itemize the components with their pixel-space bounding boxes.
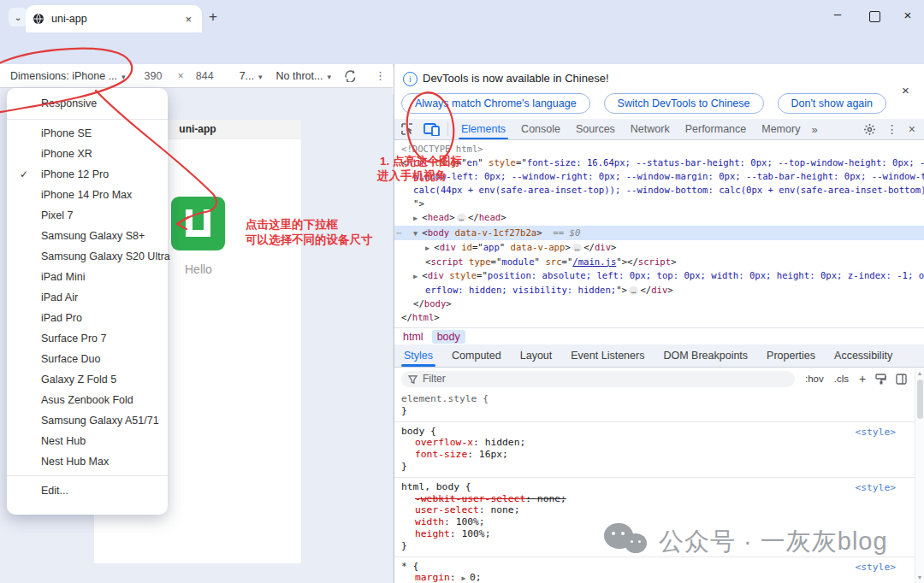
- window-close-button[interactable]: ×: [898, 6, 917, 25]
- notification-close-icon[interactable]: ×: [902, 83, 909, 97]
- device-option[interactable]: iPhone SE: [7, 123, 168, 144]
- style-source-link[interactable]: <style>: [855, 427, 896, 439]
- more-tabs-chevron[interactable]: »: [808, 123, 820, 136]
- breadcrumb-item[interactable]: html: [398, 330, 429, 344]
- notification-button[interactable]: Always match Chrome's language: [401, 93, 590, 114]
- styles-filter-input[interactable]: Filter: [401, 371, 795, 387]
- devtools-close-icon[interactable]: ×: [909, 122, 915, 136]
- settings-gear-icon[interactable]: [863, 123, 876, 136]
- sidebar-tab-properties[interactable]: Properties: [757, 344, 825, 367]
- sidebar-tab-styles[interactable]: Styles: [394, 344, 442, 367]
- inspect-element-icon[interactable]: [400, 122, 414, 136]
- tab-search-button[interactable]: ⌄: [9, 8, 27, 26]
- code-line[interactable]: </body>: [394, 297, 924, 310]
- devtools-tab-elements[interactable]: Elements: [453, 119, 513, 139]
- device-option[interactable]: Nest Hub Max: [7, 451, 168, 472]
- device-option[interactable]: Pixel 7: [7, 205, 168, 226]
- device-option-list: iPhone SEiPhone XR✓iPhone 12 ProiPhone 1…: [7, 123, 168, 472]
- code-line[interactable]: ▶ <div style="position: absolute; left: …: [394, 268, 924, 283]
- notification-button[interactable]: Switch DevTools to Chinese: [604, 93, 764, 114]
- code-line[interactable]: erflow: hidden; visibility: hidden;">…</…: [394, 283, 924, 297]
- elements-breadcrumb: htmlbody: [394, 327, 924, 344]
- chevron-down-icon: ▾: [258, 73, 263, 81]
- tab-title: uni-app: [51, 13, 181, 25]
- devtools-tab-sources[interactable]: Sources: [568, 119, 623, 139]
- tab-close-icon[interactable]: ×: [181, 13, 195, 26]
- elements-tree[interactable]: <!DOCTYPE html><html lang="en" style="fo…: [394, 140, 924, 327]
- devtools-tab-memory[interactable]: Memory: [754, 119, 808, 139]
- code-line[interactable]: ⋯▼ <body data-v-1cf27b2a> == $0: [394, 226, 924, 240]
- devtools-tab-network[interactable]: Network: [623, 119, 678, 139]
- device-toolbar: Dimensions: iPhone ...▾ 390 × 844 7...▾ …: [0, 64, 393, 88]
- new-style-rule-button[interactable]: +: [859, 372, 866, 386]
- style-rule[interactable]: element.style {}: [394, 390, 915, 421]
- code-line[interactable]: <html lang="en" style="font-size: 16.64p…: [394, 156, 924, 169]
- rotate-device-icon[interactable]: [343, 69, 358, 82]
- checkmark-icon: ✓: [20, 164, 28, 185]
- window-maximize-button[interactable]: [869, 11, 880, 22]
- device-option[interactable]: iPad Air: [7, 287, 168, 308]
- code-line[interactable]: ▶ <div id="app" data-v-app>…</div>: [394, 240, 924, 255]
- scroll-down-arrow[interactable]: ▼: [915, 574, 924, 580]
- style-source-link[interactable]: <style>: [855, 562, 896, 574]
- sidebar-tab-layout[interactable]: Layout: [511, 344, 562, 367]
- device-option-responsive[interactable]: Responsive: [7, 92, 168, 115]
- style-rule[interactable]: body {<style>overflow-x: hidden;font-siz…: [394, 421, 915, 477]
- toggle-hover-state-button[interactable]: :hov: [805, 374, 824, 384]
- expand-arrow-icon: ▼: [413, 229, 422, 238]
- scrollbar-thumb[interactable]: [917, 380, 923, 419]
- device-option[interactable]: Asus Zenbook Fold: [7, 390, 168, 410]
- device-option[interactable]: Samsung Galaxy A51/71: [7, 410, 168, 431]
- style-source-link[interactable]: <style>: [855, 482, 896, 494]
- device-option[interactable]: Surface Pro 7: [7, 328, 168, 349]
- code-line[interactable]: ">: [394, 197, 924, 210]
- device-option[interactable]: Samsung Galaxy S20 Ultra: [7, 246, 168, 267]
- dimensions-times-label: ×: [177, 70, 183, 82]
- computed-panel-toggle-icon[interactable]: [896, 374, 907, 385]
- styles-scrollbar[interactable]: ▲ ▼: [915, 368, 924, 583]
- sidebar-tab-dom-breakpoints[interactable]: DOM Breakpoints: [654, 344, 757, 367]
- device-option[interactable]: iPad Mini: [7, 267, 168, 287]
- browser-toolbar: ← → ↻ i localhost:5173/#/ Aa ☆ ⋮: [0, 32, 924, 64]
- expand-arrow-icon: ▶: [413, 272, 422, 280]
- device-option-edit[interactable]: Edit...: [7, 480, 168, 502]
- scroll-up-arrow[interactable]: ▲: [915, 370, 924, 376]
- device-option[interactable]: Surface Duo: [7, 349, 168, 369]
- throttling-dropdown[interactable]: No throt...▾: [276, 70, 331, 82]
- sidebar-tab-accessibility[interactable]: Accessibility: [825, 344, 902, 367]
- code-line[interactable]: ▶ <head>…</head>: [394, 210, 924, 225]
- zoom-level-dropdown[interactable]: 7...▾: [240, 70, 263, 82]
- device-option[interactable]: iPad Pro: [7, 308, 168, 328]
- device-toolbar-kebab-icon[interactable]: ⋮: [375, 69, 386, 82]
- uniapp-logo-u-glyph: [186, 209, 210, 237]
- device-option[interactable]: iPhone 14 Pro Max: [7, 185, 168, 205]
- devtools-tab-console[interactable]: Console: [513, 119, 568, 139]
- toggle-class-button[interactable]: .cls: [834, 374, 849, 384]
- notification-button[interactable]: Don't show again: [778, 93, 887, 114]
- device-option[interactable]: ✓iPhone 12 Pro: [7, 164, 168, 185]
- sidebar-tab-computed[interactable]: Computed: [442, 344, 511, 367]
- window-minimize-button[interactable]: –: [828, 5, 847, 24]
- device-option[interactable]: Nest Hub: [7, 431, 168, 451]
- device-option[interactable]: Galaxy Z Fold 5: [7, 369, 168, 390]
- breadcrumb-item[interactable]: body: [432, 330, 465, 344]
- device-dropdown-menu: Responsive iPhone SEiPhone XR✓iPhone 12 …: [7, 88, 168, 515]
- devtools-kebab-icon[interactable]: ⋮: [886, 122, 898, 136]
- code-line[interactable]: calc(44px + env(safe-area-inset-top)); -…: [394, 183, 924, 197]
- toggle-device-toolbar-icon[interactable]: [424, 123, 440, 136]
- code-line[interactable]: window-left: 0px; --window-right: 0px; -…: [394, 169, 924, 183]
- paint-format-icon[interactable]: [875, 374, 886, 385]
- watermark-text: 公众号 · 一灰灰blog: [659, 525, 888, 559]
- browser-tab[interactable]: uni-app ×: [26, 5, 202, 32]
- code-line[interactable]: </html>: [394, 310, 924, 324]
- viewport-width-input[interactable]: 390: [145, 70, 163, 82]
- device-option[interactable]: iPhone XR: [7, 144, 168, 164]
- code-line[interactable]: <!DOCTYPE html>: [394, 142, 924, 156]
- code-line[interactable]: <script type="module" src="/main.js"></s…: [394, 255, 924, 268]
- device-option[interactable]: Samsung Galaxy S8+: [7, 226, 168, 246]
- sidebar-tab-event-listeners[interactable]: Event Listeners: [561, 344, 654, 367]
- new-tab-button[interactable]: +: [209, 9, 217, 26]
- device-dimensions-dropdown[interactable]: Dimensions: iPhone ...▾: [10, 70, 126, 82]
- viewport-height-input[interactable]: 844: [196, 70, 214, 82]
- devtools-tab-performance[interactable]: Performance: [678, 119, 755, 139]
